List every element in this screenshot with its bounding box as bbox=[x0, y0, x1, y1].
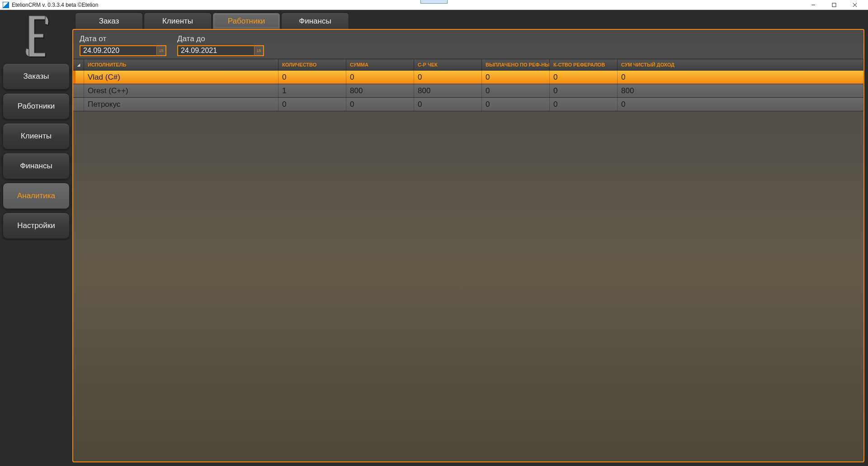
sidebar-item-label: Заказы bbox=[24, 72, 49, 81]
sidebar-item-label: Работники bbox=[18, 102, 55, 111]
date-to-group: Дата до 15 bbox=[177, 34, 264, 56]
app-icon bbox=[3, 2, 9, 8]
calendar-day-badge: 15 bbox=[159, 48, 163, 53]
cell-sum: 0 bbox=[346, 71, 414, 84]
cell-quantity: 0 bbox=[278, 71, 346, 84]
col-performer[interactable]: ИСПОЛНИТЕЛЬ bbox=[84, 59, 278, 70]
table-row[interactable]: Vlad (C#)000000 bbox=[73, 71, 863, 84]
sidebar-item-label: Настройки bbox=[17, 221, 55, 230]
close-button[interactable] bbox=[844, 0, 865, 10]
col-quantity[interactable]: КОЛИЧЕСТВО bbox=[278, 59, 346, 70]
table-row[interactable]: Петрокус000000 bbox=[73, 98, 863, 111]
expand-all-toggle[interactable]: ◢ bbox=[73, 59, 84, 70]
date-from-label: Дата от bbox=[80, 34, 166, 43]
app-body: Заказы Работники Клиенты Финансы Аналити… bbox=[0, 10, 868, 466]
col-avg-check[interactable]: С-Р ЧЕК bbox=[414, 59, 482, 70]
cell-performer: Vlad (C#) bbox=[84, 71, 278, 84]
date-filter-row: Дата от 15 Дата до 15 bbox=[73, 30, 863, 59]
tab-clients[interactable]: Клиенты bbox=[144, 13, 212, 29]
sidebar-item-orders[interactable]: Заказы bbox=[3, 63, 70, 90]
sidebar-item-clients[interactable]: Клиенты bbox=[3, 123, 70, 149]
col-paid-ref[interactable]: ВЫПЛАЧЕНО ПО РЕФ-НЫХ bbox=[482, 59, 550, 70]
cell-net-income: 800 bbox=[618, 84, 863, 97]
cell-quantity: 1 bbox=[278, 84, 346, 97]
cell-ref-count: 0 bbox=[550, 71, 618, 84]
sidebar-item-analytics[interactable]: Аналитика bbox=[3, 183, 70, 209]
minimize-button[interactable] bbox=[803, 0, 824, 10]
sidebar-item-finance[interactable]: Финансы bbox=[3, 153, 70, 179]
cell-avg-check: 0 bbox=[414, 98, 482, 111]
date-to-input[interactable] bbox=[177, 45, 254, 56]
row-expander bbox=[73, 71, 84, 84]
app-logo bbox=[0, 12, 72, 62]
cell-quantity: 0 bbox=[278, 98, 346, 111]
table-header-row: ◢ ИСПОЛНИТЕЛЬ КОЛИЧЕСТВО СУММА С-Р ЧЕК В… bbox=[73, 59, 863, 71]
main-area: Заказ Клиенты Работники Финансы Дата от bbox=[72, 10, 868, 466]
tab-label: Работники bbox=[228, 17, 265, 26]
window-titlebar: EtelionCRM v. 0.3.3.4 beta ©Etelion bbox=[0, 0, 868, 10]
row-expander bbox=[73, 98, 84, 111]
data-grid: ◢ ИСПОЛНИТЕЛЬ КОЛИЧЕСТВО СУММА С-Р ЧЕК В… bbox=[73, 59, 863, 461]
sidebar-item-settings[interactable]: Настройки bbox=[3, 213, 70, 239]
window-title: EtelionCRM v. 0.3.3.4 beta ©Etelion bbox=[12, 2, 98, 8]
cell-ref-count: 0 bbox=[550, 98, 618, 111]
content-panel: Дата от 15 Дата до 15 bbox=[72, 29, 864, 462]
table-body: Vlad (C#)000000Orest (C++)180080000800Пе… bbox=[73, 71, 863, 111]
col-sum[interactable]: СУММА bbox=[346, 59, 414, 70]
sidebar-item-label: Финансы bbox=[20, 162, 52, 171]
sidebar: Заказы Работники Клиенты Финансы Аналити… bbox=[0, 10, 72, 466]
cell-paid-ref: 0 bbox=[482, 84, 550, 97]
cell-ref-count: 0 bbox=[550, 84, 618, 97]
sidebar-item-label: Аналитика bbox=[17, 191, 55, 200]
date-from-calendar-icon[interactable]: 15 bbox=[156, 45, 166, 56]
cell-net-income: 0 bbox=[618, 98, 863, 111]
row-expander bbox=[73, 84, 84, 97]
sidebar-item-label: Клиенты bbox=[21, 132, 52, 141]
svg-rect-1 bbox=[832, 3, 836, 7]
sidebar-item-workers[interactable]: Работники bbox=[3, 93, 70, 119]
date-to-label: Дата до bbox=[177, 34, 264, 43]
calendar-day-badge: 15 bbox=[256, 48, 261, 53]
maximize-button[interactable] bbox=[824, 0, 844, 10]
date-from-group: Дата от 15 bbox=[80, 34, 166, 56]
cell-avg-check: 800 bbox=[414, 84, 482, 97]
date-from-input[interactable] bbox=[80, 45, 156, 56]
window-drag-handle[interactable] bbox=[420, 0, 448, 4]
col-net-income[interactable]: СУМ ЧИСТЫЙ ДОХОД bbox=[618, 59, 863, 70]
cell-paid-ref: 0 bbox=[482, 98, 550, 111]
tab-finance[interactable]: Финансы bbox=[281, 13, 349, 29]
table-row[interactable]: Orest (C++)180080000800 bbox=[73, 84, 863, 98]
tabstrip: Заказ Клиенты Работники Финансы bbox=[72, 13, 864, 29]
tab-workers[interactable]: Работники bbox=[212, 13, 280, 29]
cell-sum: 800 bbox=[346, 84, 414, 97]
cell-sum: 0 bbox=[346, 98, 414, 111]
date-to-calendar-icon[interactable]: 15 bbox=[254, 45, 264, 56]
tab-label: Клиенты bbox=[162, 17, 193, 26]
tab-label: Финансы bbox=[299, 17, 331, 26]
col-ref-count[interactable]: К-СТВО РЕФЕРАЛОВ bbox=[550, 59, 618, 70]
tab-label: Заказ bbox=[99, 17, 119, 26]
cell-net-income: 0 bbox=[618, 71, 863, 84]
cell-avg-check: 0 bbox=[414, 71, 482, 84]
cell-paid-ref: 0 bbox=[482, 71, 550, 84]
cell-performer: Петрокус bbox=[84, 98, 278, 111]
cell-performer: Orest (C++) bbox=[84, 84, 278, 97]
tab-order[interactable]: Заказ bbox=[75, 13, 143, 29]
